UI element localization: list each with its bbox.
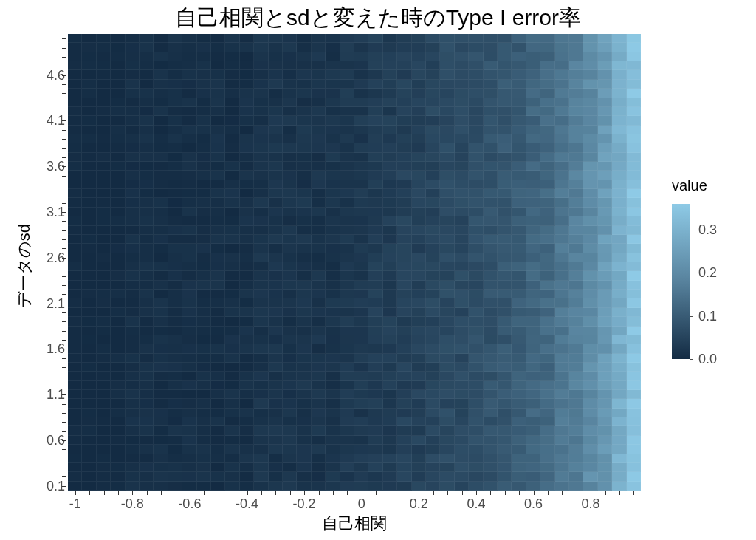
heatmap-cell: [312, 143, 326, 152]
heatmap-cell: [426, 344, 440, 353]
heatmap-cell: [197, 80, 211, 89]
heatmap-cell: [540, 244, 554, 253]
heatmap-cell: [426, 445, 440, 454]
heatmap-cell: [168, 308, 182, 317]
heatmap-cell: [168, 482, 182, 491]
heatmap-cell: [498, 426, 512, 435]
heatmap-cell: [583, 335, 597, 344]
heatmap-cell: [340, 363, 354, 372]
heatmap-cell: [383, 226, 397, 235]
heatmap-cell: [426, 317, 440, 326]
heatmap-cell: [283, 143, 297, 152]
heatmap-cell: [68, 381, 82, 390]
heatmap-cell: [354, 482, 368, 491]
heatmap-cell: [326, 116, 340, 125]
heatmap-cell: [269, 417, 283, 426]
heatmap-cell: [512, 70, 526, 79]
heatmap-cell: [211, 89, 225, 98]
heatmap-cell: [627, 482, 641, 491]
heatmap-cell: [240, 363, 254, 372]
heatmap-cell: [455, 372, 469, 380]
heatmap-cell: [82, 399, 96, 408]
heatmap-cell: [154, 208, 168, 216]
heatmap-cell: [555, 52, 569, 61]
heatmap-cell: [82, 143, 96, 152]
heatmap-cell: [168, 70, 182, 79]
heatmap-cell: [397, 262, 411, 271]
heatmap-cell: [197, 43, 211, 52]
heatmap-cell: [397, 327, 411, 335]
heatmap-cell: [326, 354, 340, 363]
heatmap-cell: [269, 298, 283, 307]
x-tick-mark: [190, 491, 190, 495]
heatmap-cell: [426, 262, 440, 271]
heatmap-cell: [283, 134, 297, 143]
heatmap-cell: [240, 390, 254, 399]
heatmap-cell: [412, 80, 426, 89]
heatmap-cell: [469, 89, 483, 98]
heatmap-cell: [598, 409, 612, 417]
heatmap-cell: [340, 198, 354, 207]
heatmap-cell: [182, 89, 196, 98]
heatmap-cell: [412, 244, 426, 253]
heatmap-cell: [512, 327, 526, 335]
heatmap-cell: [354, 80, 368, 89]
heatmap-cell: [82, 271, 96, 280]
heatmap-cell: [455, 162, 469, 171]
legend-tick-mark: [690, 230, 693, 230]
heatmap-cell: [540, 381, 554, 390]
heatmap-cell: [512, 89, 526, 98]
heatmap-cell: [312, 116, 326, 125]
heatmap-cell: [512, 180, 526, 189]
heatmap-cell: [469, 80, 483, 89]
heatmap-cell: [455, 262, 469, 271]
heatmap-cell: [97, 126, 111, 134]
heatmap-cell: [312, 162, 326, 171]
heatmap-cell: [412, 253, 426, 262]
heatmap-cell: [197, 262, 211, 271]
heatmap-cell: [97, 317, 111, 326]
heatmap-cell: [412, 436, 426, 445]
heatmap-cell: [627, 290, 641, 298]
heatmap-cell: [598, 417, 612, 426]
heatmap-cell: [140, 354, 154, 363]
heatmap-cell: [82, 116, 96, 125]
heatmap-cell: [197, 317, 211, 326]
heatmap-cell: [383, 262, 397, 271]
heatmap-cell: [126, 61, 140, 70]
heatmap-cell: [283, 116, 297, 125]
heatmap-cell: [440, 317, 454, 326]
heatmap-cell: [68, 70, 82, 79]
heatmap-cell: [254, 327, 268, 335]
heatmap-cell: [354, 34, 368, 43]
heatmap-cell: [240, 198, 254, 207]
heatmap-cell: [569, 244, 583, 253]
heatmap-cell: [182, 317, 196, 326]
heatmap-cell: [555, 235, 569, 244]
heatmap-cell: [397, 134, 411, 143]
heatmap-cell: [412, 344, 426, 353]
heatmap-cell: [598, 354, 612, 363]
heatmap-cell: [426, 482, 440, 491]
y-tick-mark: [62, 239, 66, 240]
heatmap-cell: [126, 171, 140, 180]
heatmap-cell: [168, 417, 182, 426]
heatmap-cell: [598, 445, 612, 454]
heatmap-cell: [426, 61, 440, 70]
heatmap-cell: [197, 253, 211, 262]
heatmap-cell: [540, 235, 554, 244]
heatmap-cell: [598, 271, 612, 280]
heatmap-cell: [440, 271, 454, 280]
heatmap-cell: [583, 472, 597, 481]
heatmap-cell: [240, 409, 254, 417]
heatmap-cell: [383, 98, 397, 107]
heatmap-cell: [555, 271, 569, 280]
heatmap-cell: [283, 335, 297, 344]
y-tick-mark: [62, 38, 66, 39]
heatmap-cell: [583, 363, 597, 372]
heatmap-cell: [383, 180, 397, 189]
y-tick-mark: [62, 377, 66, 377]
heatmap-cell: [312, 363, 326, 372]
heatmap-cell: [512, 52, 526, 61]
heatmap-cell: [354, 472, 368, 481]
